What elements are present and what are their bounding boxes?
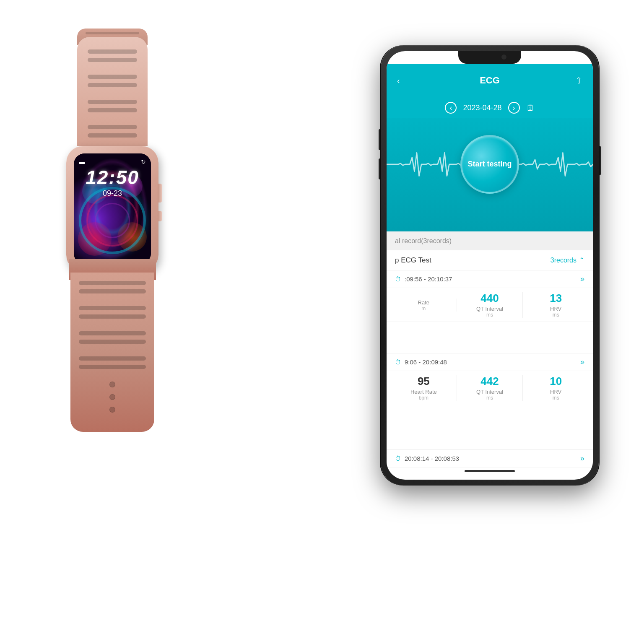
records-header-text: al record(3records): [395, 237, 452, 245]
metric-hrv-1: 13 HRV ms: [523, 292, 589, 318]
watch-time-display: 12:50: [74, 166, 151, 189]
record-item-1: ⏱ :09:56 - 20:10:37 » Rate m 440: [387, 270, 593, 322]
record-time-text-2: 9:06 - 20:09:48: [405, 358, 447, 366]
record-item-2: ⏱ 9:06 - 20:09:48 » 95 Heart Rate bpm 44…: [387, 353, 593, 405]
metric-qt-value-2: 442: [480, 375, 499, 388]
watch-battery-icon: ▬: [79, 158, 85, 165]
time-icon-2: ⏱: [395, 358, 401, 366]
record-arrow-1[interactable]: »: [580, 275, 584, 283]
metric-rate-1: Rate m: [391, 299, 457, 312]
metric-hrv-value-1: 13: [550, 292, 562, 305]
phone-power-button[interactable]: [599, 146, 601, 175]
metric-qt-unit-1: ms: [486, 312, 493, 318]
record-count-text: 3records: [551, 257, 576, 264]
record-group-title: p ECG Test: [395, 256, 431, 265]
record-metrics-row-2: 95 Heart Rate bpm 442 QT Interval ms 10 …: [387, 371, 593, 405]
metric-rate-label-2: Heart Rate: [410, 389, 437, 395]
smartwatch: ▬ ↻ 12:50 09-23: [45, 112, 247, 490]
records-header: al record(3records): [387, 231, 593, 250]
metric-hrv-unit-2: ms: [553, 395, 559, 401]
metric-rate-label-1: Rate: [418, 299, 429, 306]
watch-date-display: 09-23: [74, 189, 151, 198]
phone-screen: ‹ ECG ⇧ ‹ 2023-04-28 › 🗓: [387, 51, 593, 480]
time-icon-1: ⏱: [395, 275, 401, 283]
watch-side-button-small[interactable]: [158, 211, 162, 221]
record-time-row-1[interactable]: ⏱ :09:56 - 20:10:37 »: [387, 270, 593, 288]
collapse-icon[interactable]: ⌃: [579, 256, 584, 264]
record-time-row-3[interactable]: ⏱ 20:08:14 - 20:08:53 »: [387, 450, 593, 467]
share-button[interactable]: ⇧: [570, 75, 582, 86]
record-arrow-3[interactable]: »: [580, 454, 584, 463]
phone-camera: [501, 55, 506, 60]
phone: ‹ ECG ⇧ ‹ 2023-04-28 › 🗓: [381, 45, 599, 486]
phone-home-indicator[interactable]: [465, 470, 515, 472]
record-group: p ECG Test 3records ⌃ ⏱ :09:56 - 20:10:3…: [387, 250, 593, 322]
metric-hrv-unit-1: ms: [553, 312, 559, 318]
metric-qt-2: 442 QT Interval ms: [457, 375, 523, 401]
metric-qt-label-2: QT Interval: [476, 389, 503, 395]
record-item-3: ⏱ 20:08:14 - 20:08:53 »: [387, 449, 593, 467]
metric-hrv-value-2: 10: [550, 375, 562, 388]
metric-rate-value-2: 95: [418, 375, 430, 388]
app-title: ECG: [410, 75, 570, 86]
watch-body: ▬ ↻ 12:50 09-23: [66, 146, 158, 272]
calendar-button[interactable]: 🗓: [526, 103, 535, 113]
record-arrow-2[interactable]: »: [580, 358, 584, 366]
watch-screen: ▬ ↻ 12:50 09-23: [74, 153, 151, 264]
phone-notch: [458, 51, 521, 64]
record-time-text-3: 20:08:14 - 20:08:53: [405, 455, 459, 462]
prev-date-button[interactable]: ‹: [445, 102, 457, 114]
watch-sync-icon: ↻: [141, 158, 146, 165]
date-display: 2023-04-28: [463, 104, 501, 112]
date-bar: ‹ 2023-04-28 › 🗓: [387, 97, 593, 118]
time-icon-3: ⏱: [395, 455, 401, 462]
metric-qt-unit-2: ms: [486, 395, 493, 401]
phone-body: ‹ ECG ⇧ ‹ 2023-04-28 › 🗓: [381, 45, 599, 486]
record-time-row-2[interactable]: ⏱ 9:06 - 20:09:48 »: [387, 353, 593, 371]
metric-qt-1: 440 QT Interval ms: [457, 292, 523, 318]
watch-band-top: [77, 37, 148, 146]
metric-rate-unit-2: bpm: [419, 395, 428, 401]
metric-rate-2: 95 Heart Rate bpm: [391, 375, 457, 401]
metric-rate-unit-1: m: [421, 306, 426, 312]
start-testing-label: Start testing: [467, 159, 512, 169]
watch-band-bottom: [70, 273, 154, 432]
watch-side-button[interactable]: [158, 184, 162, 203]
record-metrics-row-1: Rate m 440 QT Interval ms 13 HRV: [387, 288, 593, 322]
metric-hrv-label-2: HRV: [550, 389, 561, 395]
app-header: ‹ ECG ⇧: [387, 64, 593, 97]
start-testing-button[interactable]: Start testing: [460, 135, 519, 194]
back-button[interactable]: ‹: [397, 76, 410, 86]
next-date-button[interactable]: ›: [508, 102, 520, 114]
record-group-count: 3records ⌃: [551, 256, 584, 264]
metric-hrv-2: 10 HRV ms: [523, 375, 589, 401]
metric-hrv-label-1: HRV: [550, 306, 561, 312]
record-time-text-1: :09:56 - 20:10:37: [405, 275, 452, 283]
metric-qt-value-1: 440: [480, 292, 499, 305]
record-group-header: p ECG Test 3records ⌃: [387, 250, 593, 270]
metric-qt-label-1: QT Interval: [476, 306, 503, 312]
